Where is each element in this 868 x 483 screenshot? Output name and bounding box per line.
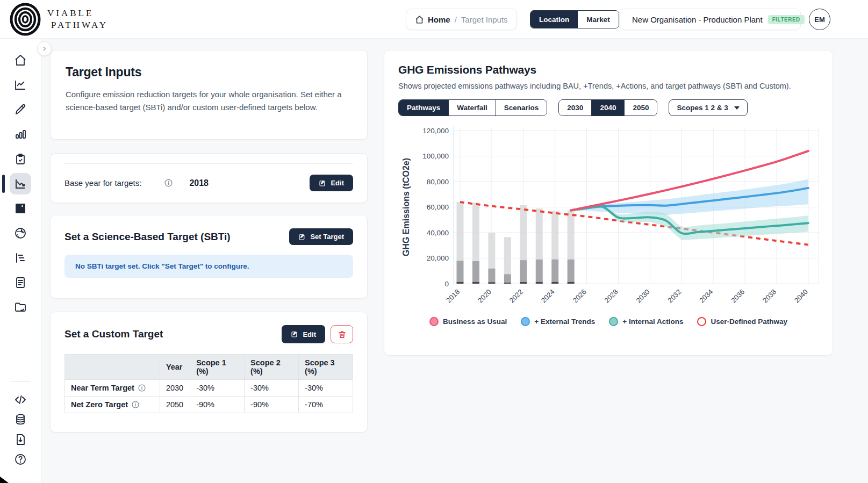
chart-year-tabs: 203020402050 xyxy=(558,99,657,116)
tab-year-2050[interactable]: 2050 xyxy=(624,100,657,116)
historical-bar-segment xyxy=(488,233,495,269)
legend-item[interactable]: + Internal Actions xyxy=(609,317,683,326)
sidebar-item-reports[interactable] xyxy=(10,124,31,145)
sidebar-item-help[interactable] xyxy=(10,449,31,469)
sidebar-item-gallery[interactable] xyxy=(10,198,31,219)
sidebar-item-edit[interactable] xyxy=(10,99,31,120)
toggle-location[interactable]: Location xyxy=(530,11,578,28)
sidebar-expand-button[interactable] xyxy=(37,41,52,56)
x-tick-label: 2030 xyxy=(634,288,651,305)
y-tick-label: 20,000 xyxy=(427,254,449,262)
sidebar-item-documents[interactable] xyxy=(10,272,31,293)
tab-scenarios[interactable]: Scenarios xyxy=(496,100,547,116)
table-cell: 2030 xyxy=(160,380,190,397)
sidebar-item-timeline[interactable] xyxy=(10,247,31,269)
historical-bar-segment xyxy=(504,237,511,274)
tab-year-2030[interactable]: 2030 xyxy=(559,100,591,116)
historical-bar-segment xyxy=(536,208,543,259)
historical-bar-segment xyxy=(472,282,479,284)
x-tick-label: 2022 xyxy=(508,288,525,305)
x-tick-label: 2020 xyxy=(476,288,493,305)
y-tick-label: 0 xyxy=(444,280,449,288)
table-cell: 2050 xyxy=(160,397,190,413)
sidebar-item-home[interactable] xyxy=(10,49,31,71)
mouse-cursor xyxy=(0,477,9,483)
sidebar-item-data[interactable] xyxy=(10,409,31,429)
organisation-selector[interactable]: New Organisation - Production Plant FILT… xyxy=(619,9,801,30)
historical-bar-segment xyxy=(504,274,511,283)
legend-label: User-Defined Pathway xyxy=(711,318,787,326)
chart-title: GHG Emissions Pathways xyxy=(398,63,819,76)
info-icon[interactable] xyxy=(138,384,146,392)
user-avatar[interactable]: EM xyxy=(809,9,830,30)
sidebar-item-target-inputs[interactable] xyxy=(10,173,31,194)
edit-custom-target-button[interactable]: Edit xyxy=(282,325,325,343)
table-header-cell xyxy=(65,355,160,380)
brand-logo[interactable]: VIABLE PATHWAY xyxy=(9,3,108,36)
table-cell: -70% xyxy=(299,397,353,413)
chart-area: 020,00040,00060,00080,000100,000120,0002… xyxy=(398,121,819,326)
breadcrumb: Home / Target Inputs xyxy=(406,9,517,30)
trash-icon xyxy=(338,330,347,339)
sidebar-item-export[interactable] xyxy=(10,429,31,449)
delete-custom-target-button[interactable] xyxy=(331,325,353,343)
table-row: Near Term Target2030-30%-30%-30% xyxy=(65,380,353,397)
historical-bar-segment xyxy=(568,259,575,282)
trend-chart-icon xyxy=(14,78,27,91)
historical-bar-segment xyxy=(520,205,527,260)
custom-target-table: YearScope 1 (%)Scope 2 (%)Scope 3 (%) Ne… xyxy=(64,354,353,413)
breadcrumb-separator: / xyxy=(455,15,457,24)
info-icon[interactable] xyxy=(131,400,140,409)
sidebar-item-global[interactable] xyxy=(10,222,31,244)
historical-bar-segment xyxy=(457,202,464,261)
historical-bar-segment xyxy=(472,261,479,282)
legend-item[interactable]: + External Trends xyxy=(521,317,595,326)
set-target-button[interactable]: Set Target xyxy=(289,228,353,245)
sidebar-item-projects[interactable] xyxy=(10,297,31,318)
sbti-title: Set a Science-Based Target (SBTi) xyxy=(64,231,231,243)
y-tick-label: 60,000 xyxy=(427,203,449,211)
x-tick-label: 2036 xyxy=(729,288,746,305)
info-icon[interactable] xyxy=(164,178,173,188)
location-market-toggle: Location Market xyxy=(530,10,619,28)
legend-item[interactable]: Business as Usual xyxy=(429,317,507,326)
table-cell: -30% xyxy=(299,380,353,397)
legend-item[interactable]: User-Defined Pathway xyxy=(697,317,787,326)
sidebar-item-analytics[interactable] xyxy=(10,74,31,96)
historical-bar-segment xyxy=(488,282,495,284)
historical-bar-segment xyxy=(536,282,543,284)
sidebar-item-api[interactable] xyxy=(10,390,31,409)
tab-pathways[interactable]: Pathways xyxy=(399,100,448,116)
x-tick-label: 2024 xyxy=(540,288,556,305)
sidebar-item-tasks[interactable] xyxy=(10,148,31,170)
sidebar-divider xyxy=(10,381,31,382)
edit-icon xyxy=(298,233,306,241)
page-title: Target Inputs xyxy=(66,65,352,80)
historical-bar-segment xyxy=(551,259,558,282)
legend-marker-icon xyxy=(429,317,439,326)
custom-target-table-header: YearScope 1 (%)Scope 2 (%)Scope 3 (%) xyxy=(65,355,353,380)
target-row-label: Net Zero Target xyxy=(71,400,128,409)
historical-bar-segment xyxy=(568,210,575,259)
historical-bar-segment xyxy=(457,282,464,284)
folder-check-icon xyxy=(14,301,27,314)
chart-legend: Business as Usual+ External Trends+ Inte… xyxy=(398,317,819,326)
edit-icon xyxy=(319,179,326,187)
scopes-dropdown[interactable]: Scopes 1 2 & 3 xyxy=(669,99,747,116)
chevron-right-icon xyxy=(41,46,47,52)
tab-waterfall[interactable]: Waterfall xyxy=(448,100,496,116)
edit-base-year-button[interactable]: Edit xyxy=(310,175,353,191)
table-header-cell: Scope 3 (%) xyxy=(299,355,353,380)
target-row-label: Near Term Target xyxy=(71,384,134,392)
x-tick-label: 2038 xyxy=(761,288,778,305)
image-icon xyxy=(14,202,27,215)
document-icon xyxy=(14,276,27,289)
toggle-market[interactable]: Market xyxy=(578,11,619,28)
table-cell: -90% xyxy=(190,397,245,413)
breadcrumb-home-link[interactable]: Home xyxy=(415,15,450,24)
historical-bar-segment xyxy=(504,283,511,284)
x-tick-label: 2028 xyxy=(603,288,620,305)
historical-bar-segment xyxy=(520,260,527,282)
file-download-icon xyxy=(14,433,27,446)
tab-year-2040[interactable]: 2040 xyxy=(591,100,624,116)
